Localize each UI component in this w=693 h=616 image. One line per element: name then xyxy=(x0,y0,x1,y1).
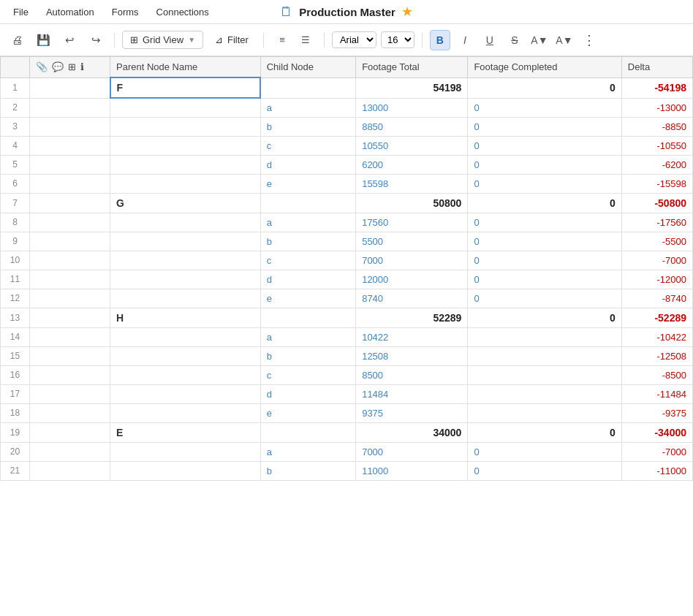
parent-node-cell[interactable]: H xyxy=(110,308,261,327)
child-node-cell[interactable]: c xyxy=(260,251,355,270)
footage-completed-cell[interactable]: 0 xyxy=(468,442,621,461)
bold-button[interactable]: B xyxy=(430,30,450,50)
parent-node-cell[interactable] xyxy=(110,346,261,365)
footage-completed-cell[interactable]: 0 xyxy=(468,193,621,213)
font-color-button[interactable]: A▼ xyxy=(554,30,575,50)
print-button[interactable]: 🖨 xyxy=(6,30,28,50)
child-node-cell[interactable] xyxy=(260,193,355,213)
align-left-button[interactable]: ≡ xyxy=(271,30,293,50)
delta-cell[interactable]: -12508 xyxy=(621,346,692,365)
footage-completed-cell[interactable]: 0 xyxy=(468,174,621,193)
footage-completed-cell[interactable]: 0 xyxy=(468,308,621,327)
footage-total-cell[interactable]: 8850 xyxy=(356,117,468,136)
font-select[interactable]: Arial xyxy=(332,31,376,48)
underline-button[interactable]: U xyxy=(480,30,500,50)
footage-completed-cell[interactable]: 0 xyxy=(468,270,621,289)
child-node-cell[interactable]: d xyxy=(260,384,355,403)
parent-node-cell[interactable] xyxy=(110,327,261,346)
delta-cell[interactable]: -50800 xyxy=(621,193,692,213)
footage-completed-cell[interactable]: 0 xyxy=(468,77,621,98)
parent-node-cell[interactable] xyxy=(110,270,261,289)
footage-total-cell[interactable]: 12508 xyxy=(356,346,468,365)
child-node-cell[interactable]: a xyxy=(260,213,355,232)
parent-node-cell[interactable] xyxy=(110,442,261,461)
footage-completed-cell[interactable] xyxy=(468,365,621,384)
parent-node-cell[interactable] xyxy=(110,117,261,136)
delta-cell[interactable]: -7000 xyxy=(621,251,692,270)
delta-cell[interactable]: -8740 xyxy=(621,289,692,308)
app-star[interactable]: ★ xyxy=(401,4,413,20)
footage-completed-cell[interactable]: 0 xyxy=(468,98,621,117)
footage-total-cell[interactable]: 11000 xyxy=(356,461,468,480)
footage-total-cell[interactable]: 8500 xyxy=(356,365,468,384)
footage-completed-cell[interactable]: 0 xyxy=(468,213,621,232)
child-node-cell[interactable]: e xyxy=(260,403,355,422)
delta-cell[interactable]: -11484 xyxy=(621,384,692,403)
footage-total-cell[interactable]: 52289 xyxy=(356,308,468,327)
footage-total-cell[interactable]: 8740 xyxy=(356,289,468,308)
parent-node-cell[interactable] xyxy=(110,365,261,384)
parent-node-cell[interactable] xyxy=(110,213,261,232)
footage-total-cell[interactable]: 9375 xyxy=(356,403,468,422)
child-node-cell[interactable]: e xyxy=(260,289,355,308)
footage-completed-cell[interactable]: 0 xyxy=(468,422,621,442)
grid-view-button[interactable]: ⊞ Grid View ▼ xyxy=(122,31,203,49)
footage-total-cell[interactable]: 15598 xyxy=(356,174,468,193)
child-node-cell[interactable]: a xyxy=(260,327,355,346)
delta-cell[interactable]: -8850 xyxy=(621,117,692,136)
footage-total-cell[interactable]: 54198 xyxy=(356,77,468,98)
delta-cell[interactable]: -11000 xyxy=(621,461,692,480)
footage-completed-cell[interactable] xyxy=(468,327,621,346)
child-node-cell[interactable] xyxy=(260,422,355,442)
footage-total-cell[interactable]: 5500 xyxy=(356,232,468,251)
delta-cell[interactable]: -6200 xyxy=(621,155,692,174)
delta-cell[interactable]: -8500 xyxy=(621,365,692,384)
child-node-cell[interactable]: d xyxy=(260,270,355,289)
delta-cell[interactable]: -12000 xyxy=(621,270,692,289)
footage-total-cell[interactable]: 6200 xyxy=(356,155,468,174)
footage-completed-cell[interactable]: 0 xyxy=(468,289,621,308)
child-node-cell[interactable] xyxy=(260,308,355,327)
child-node-cell[interactable]: b xyxy=(260,346,355,365)
parent-node-cell[interactable]: G xyxy=(110,193,261,213)
delta-cell[interactable]: -9375 xyxy=(621,403,692,422)
delta-cell[interactable]: -13000 xyxy=(621,98,692,117)
menu-automation[interactable]: Automation xyxy=(39,4,102,20)
delta-cell[interactable]: -34000 xyxy=(621,422,692,442)
size-select[interactable]: 16 xyxy=(381,31,414,48)
footage-total-cell[interactable]: 7000 xyxy=(356,442,468,461)
child-node-cell[interactable]: b xyxy=(260,117,355,136)
delta-cell[interactable]: -17560 xyxy=(621,213,692,232)
child-node-cell[interactable]: d xyxy=(260,155,355,174)
redo-button[interactable]: ↪ xyxy=(85,30,107,50)
parent-node-cell[interactable] xyxy=(110,403,261,422)
parent-node-cell[interactable] xyxy=(110,136,261,155)
footage-total-cell[interactable]: 10550 xyxy=(356,136,468,155)
menu-forms[interactable]: Forms xyxy=(105,4,146,20)
delta-cell[interactable]: -52289 xyxy=(621,308,692,327)
delta-cell[interactable]: -54198 xyxy=(621,77,692,98)
align-center-button[interactable]: ☰ xyxy=(295,30,317,50)
delta-cell[interactable]: -7000 xyxy=(621,442,692,461)
more-options-button[interactable]: ⋮ xyxy=(579,30,599,50)
footage-completed-cell[interactable]: 0 xyxy=(468,232,621,251)
menu-file[interactable]: File xyxy=(6,4,36,20)
delta-cell[interactable]: -10422 xyxy=(621,327,692,346)
footage-total-cell[interactable]: 7000 xyxy=(356,251,468,270)
highlight-button[interactable]: A▼ xyxy=(529,30,550,50)
child-node-cell[interactable] xyxy=(260,77,355,98)
child-node-cell[interactable]: c xyxy=(260,136,355,155)
parent-node-cell[interactable] xyxy=(110,289,261,308)
footage-total-cell[interactable]: 17560 xyxy=(356,213,468,232)
footage-completed-cell[interactable] xyxy=(468,384,621,403)
parent-node-cell[interactable] xyxy=(110,98,261,117)
child-node-cell[interactable]: a xyxy=(260,442,355,461)
child-node-cell[interactable]: a xyxy=(260,98,355,117)
child-node-cell[interactable]: e xyxy=(260,174,355,193)
child-node-cell[interactable]: b xyxy=(260,461,355,480)
footage-completed-cell[interactable]: 0 xyxy=(468,461,621,480)
parent-node-cell[interactable] xyxy=(110,461,261,480)
footage-total-cell[interactable]: 10422 xyxy=(356,327,468,346)
footage-completed-cell[interactable]: 0 xyxy=(468,251,621,270)
parent-node-cell[interactable]: E xyxy=(110,422,261,442)
